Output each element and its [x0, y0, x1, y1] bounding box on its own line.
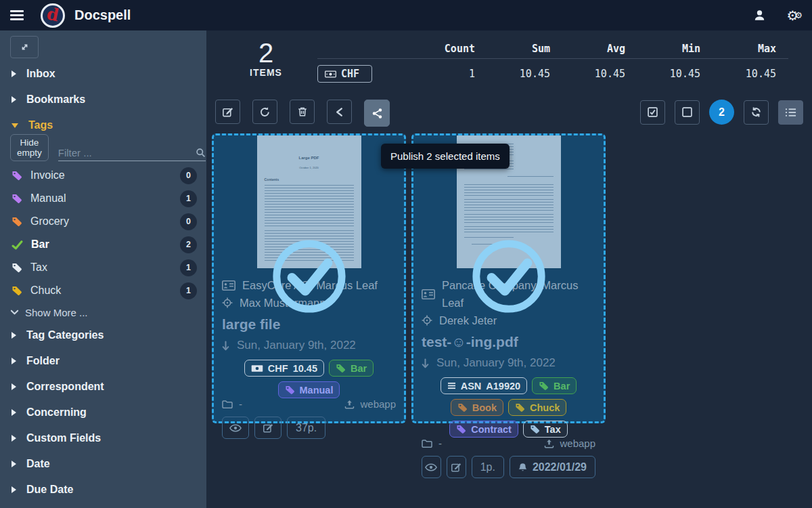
- sidebar-item-concerning[interactable]: Concerning: [0, 400, 206, 425]
- caret-right-icon: [12, 70, 16, 77]
- col-sum: Sum: [487, 43, 562, 55]
- concerning-line: Derek Jeter: [422, 312, 595, 329]
- item-card-large-file[interactable]: Large PDF October 1, 2020 Contents EasyC…: [212, 133, 406, 423]
- tag-row-invoice[interactable]: Invoice 0: [0, 164, 206, 187]
- caret-right-icon: [12, 358, 16, 364]
- tag-icon: [12, 216, 22, 227]
- item-title[interactable]: test-☺-ing.pdf: [422, 334, 595, 350]
- chevron-left-icon: [335, 107, 344, 117]
- app-title: Docspell: [74, 7, 131, 23]
- select-all-button[interactable]: [640, 100, 665, 125]
- show-more-link[interactable]: Show More ...: [0, 302, 206, 322]
- document-thumbnail: Large PDF October 1, 2020 Contents: [257, 135, 361, 268]
- address-card-icon: [422, 289, 435, 299]
- tag-count-badge: 0: [180, 213, 197, 230]
- caret-right-icon: [12, 435, 16, 442]
- share-icon: [371, 108, 383, 119]
- tag-row-manual[interactable]: Manual 1: [0, 187, 206, 210]
- bell-icon: [518, 463, 527, 472]
- redo-icon: [259, 106, 271, 118]
- edit-item-button[interactable]: [254, 417, 281, 439]
- tag-row-tax[interactable]: Tax 1: [0, 256, 206, 279]
- tag-row-bar-selected[interactable]: Bar 2: [0, 233, 206, 256]
- sidebar-item-date[interactable]: Date: [0, 451, 206, 477]
- delete-button[interactable]: [290, 100, 315, 124]
- eye-icon: [425, 463, 437, 471]
- item-card-test-ing-pdf[interactable]: Pancake Company, Marcus Leaf Derek Jeter…: [411, 133, 606, 423]
- tag-icon: [539, 381, 549, 391]
- col-count: Count: [412, 43, 487, 55]
- correspondent-line: Pancake Company, Marcus Leaf: [422, 276, 595, 312]
- tag-icon: [285, 385, 295, 395]
- edit-item-button[interactable]: [447, 456, 466, 478]
- hide-empty-button[interactable]: Hide empty: [10, 134, 49, 161]
- collapse-sidebar-button[interactable]: [10, 36, 39, 58]
- edit-icon: [451, 462, 461, 473]
- sidebar-item-tag-categories[interactable]: Tag Categories: [0, 322, 206, 348]
- tag-chip-chuck: Chuck: [508, 399, 566, 416]
- col-avg: Avg: [562, 43, 637, 55]
- caret-right-icon: [12, 332, 16, 339]
- caret-right-icon: [12, 486, 16, 493]
- stats-panel: 2 ITEMS Count Sum Avg Min Max CHF 1 10.4…: [206, 30, 812, 89]
- tag-icon: [530, 424, 540, 434]
- val-max: 10.45: [713, 68, 788, 80]
- merge-button[interactable]: [327, 100, 352, 124]
- folder-value: -: [438, 438, 442, 449]
- share-button[interactable]: [364, 100, 390, 127]
- address-card-icon: [222, 280, 235, 291]
- square-icon: [681, 106, 693, 118]
- deselect-all-button[interactable]: [675, 100, 700, 125]
- tag-chip-contract: Contract: [449, 421, 518, 438]
- list-view-button[interactable]: [778, 100, 803, 125]
- hamburger-menu-icon[interactable]: [10, 8, 24, 23]
- eye-icon: [229, 424, 242, 432]
- edit-icon: [222, 106, 233, 118]
- tag-count-badge: 1: [180, 190, 197, 207]
- preview-button[interactable]: [222, 417, 249, 439]
- tag-chip-book: Book: [451, 399, 503, 416]
- invert-selection-button[interactable]: [744, 100, 769, 125]
- item-title[interactable]: large file: [222, 316, 396, 333]
- reprocess-button[interactable]: [252, 100, 277, 124]
- sidebar-item-inbox[interactable]: Inbox: [0, 61, 206, 87]
- tag-icon: [12, 170, 22, 181]
- val-min: 10.45: [637, 68, 713, 80]
- user-icon[interactable]: [753, 9, 766, 22]
- money-icon: [325, 70, 336, 78]
- top-navbar: d Docspell ⚙⚙: [0, 0, 812, 30]
- stats-table: Count Sum Avg Min Max CHF 1 10.45 10.45 …: [317, 39, 788, 89]
- source-value: webapp: [360, 398, 396, 410]
- chevron-down-icon: [10, 309, 19, 316]
- page-count-badge: 1p.: [472, 456, 504, 478]
- sidebar-item-bookmarks[interactable]: Bookmarks: [0, 87, 206, 112]
- sidebar-item-custom-fields[interactable]: Custom Fields: [0, 425, 206, 451]
- val-count: 1: [412, 68, 487, 80]
- tag-filter-input[interactable]: [58, 147, 193, 158]
- items-count: 2: [225, 39, 307, 67]
- sidebar-item-due-date[interactable]: Due Date: [0, 477, 206, 503]
- sidebar-item-correspondent[interactable]: Correspondent: [0, 374, 206, 400]
- settings-gears-icon[interactable]: ⚙⚙: [786, 9, 798, 22]
- tag-row-grocery[interactable]: Grocery 0: [0, 210, 206, 233]
- edit-selected-button[interactable]: [215, 100, 240, 124]
- tag-filter: [58, 147, 206, 161]
- sidebar-item-source[interactable]: Source: [0, 503, 206, 508]
- tag-icon: [456, 424, 466, 434]
- arrow-down-icon: [222, 341, 229, 351]
- correspondent-line: EasyCare AG, Marcus Leaf: [222, 276, 396, 294]
- edit-icon: [263, 423, 273, 433]
- folder-icon: [422, 439, 432, 448]
- sidebar-item-folder[interactable]: Folder: [0, 348, 206, 374]
- item-date: Sun, January 9th, 2022: [222, 339, 396, 352]
- caret-right-icon: [12, 461, 16, 467]
- val-avg: 10.45: [562, 68, 637, 80]
- val-sum: 10.45: [487, 68, 562, 80]
- currency-chip[interactable]: CHF: [317, 65, 372, 83]
- selected-count-badge[interactable]: 2: [709, 100, 734, 125]
- col-max: Max: [713, 43, 788, 55]
- caret-right-icon: [12, 96, 16, 103]
- tag-row-chuck[interactable]: Chuck 1: [0, 279, 206, 302]
- list-icon: [785, 108, 796, 117]
- preview-button[interactable]: [422, 456, 441, 478]
